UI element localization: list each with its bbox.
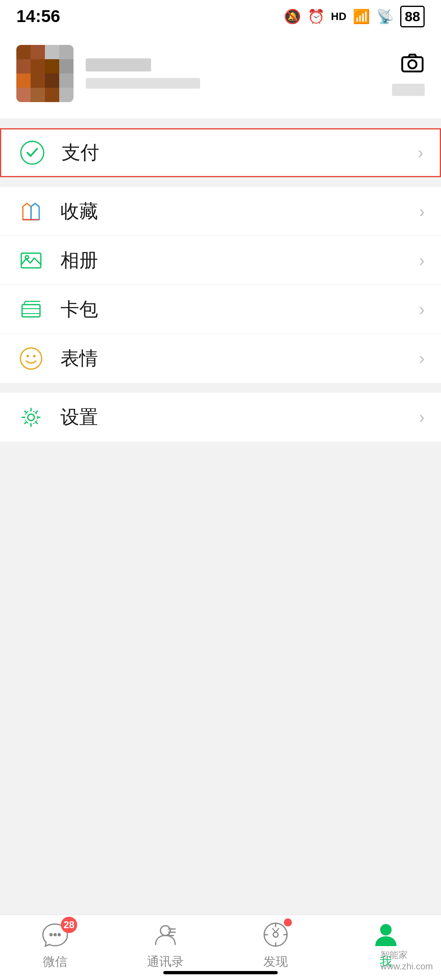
favorites-icon — [16, 197, 46, 226]
emoji-label: 表情 — [60, 346, 419, 371]
signal-icon: 📶 — [353, 8, 370, 24]
tab-item-wechat[interactable]: 28 微信 — [0, 921, 110, 974]
svg-rect-3 — [45, 45, 59, 59]
svg-rect-8 — [59, 59, 74, 74]
battery-indicator: 88 — [400, 6, 425, 27]
settings-icon — [16, 403, 46, 432]
profile-name — [86, 58, 151, 71]
alarm-icon: ⏰ — [307, 8, 325, 24]
contacts-icon-wrap — [151, 921, 179, 950]
wechat-tab-label: 微信 — [43, 953, 67, 970]
camera-icon[interactable] — [400, 51, 425, 76]
tab-bar: 28 微信 通讯录 发现 — [0, 915, 441, 980]
svg-rect-22 — [22, 305, 40, 317]
album-label: 相册 — [60, 248, 419, 273]
svg-rect-15 — [45, 88, 59, 102]
status-time: 14:56 — [16, 7, 60, 26]
discover-tab-label: 发现 — [263, 953, 288, 970]
contacts-tab-label: 通讯录 — [147, 953, 184, 970]
profile-id — [86, 78, 200, 89]
svg-point-27 — [28, 414, 34, 421]
svg-point-19 — [21, 141, 44, 164]
profile-info — [86, 58, 200, 89]
discover-dot-badge — [284, 918, 292, 927]
tab-item-contacts[interactable]: 通讯录 — [110, 921, 220, 974]
status-bar: 14:56 🔕 ⏰ HD 📶 📡 88 — [0, 0, 441, 33]
section-divider-1 — [0, 118, 441, 128]
svg-rect-9 — [16, 74, 31, 88]
svg-rect-4 — [59, 45, 74, 59]
svg-point-38 — [380, 924, 392, 935]
svg-point-26 — [33, 355, 36, 357]
svg-point-31 — [58, 933, 61, 936]
menu-section-main: 支付 › — [0, 128, 441, 177]
menu-item-wallet[interactable]: 卡包 › — [0, 285, 441, 334]
svg-rect-1 — [16, 45, 31, 59]
svg-point-25 — [27, 355, 29, 357]
album-icon — [16, 246, 46, 275]
settings-label: 设置 — [60, 405, 419, 430]
profile-area — [0, 33, 441, 118]
svg-rect-23 — [22, 309, 40, 314]
svg-point-30 — [53, 933, 57, 936]
favorites-label: 收藏 — [60, 199, 419, 224]
me-icon-wrap — [372, 921, 400, 950]
watermark: 智能家www.zhi.com — [381, 949, 433, 972]
menu-section-settings: 设置 › — [0, 393, 441, 442]
discover-icon-wrap — [262, 921, 290, 950]
profile-extra — [392, 84, 425, 96]
wechat-icon-wrap: 28 — [41, 921, 69, 950]
svg-point-32 — [160, 926, 170, 935]
svg-point-29 — [49, 933, 53, 936]
home-indicator — [163, 971, 278, 974]
svg-rect-16 — [59, 88, 74, 102]
favorites-chevron: › — [419, 202, 425, 221]
emoji-icon — [16, 344, 46, 373]
menu-item-settings[interactable]: 设置 › — [0, 393, 441, 442]
empty-area — [0, 442, 441, 711]
pay-chevron: › — [418, 143, 423, 163]
status-icons: 🔕 ⏰ HD 📶 📡 88 — [284, 6, 425, 27]
svg-point-24 — [20, 348, 42, 369]
svg-point-37 — [273, 932, 278, 937]
svg-rect-6 — [31, 59, 45, 74]
pay-label: 支付 — [62, 140, 418, 165]
svg-rect-5 — [16, 59, 31, 74]
wallet-icon — [16, 295, 46, 324]
avatar — [16, 45, 74, 102]
svg-rect-10 — [31, 74, 45, 88]
svg-point-18 — [408, 60, 416, 69]
svg-rect-12 — [59, 74, 74, 88]
mute-icon: 🔕 — [284, 8, 301, 24]
wallet-label: 卡包 — [60, 297, 419, 322]
settings-chevron: › — [419, 408, 425, 427]
menu-section-tools: 收藏 › 相册 › 卡包 › — [0, 187, 441, 383]
menu-item-pay[interactable]: 支付 › — [0, 128, 441, 177]
pay-icon — [18, 138, 47, 167]
emoji-chevron: › — [419, 349, 425, 368]
menu-item-album[interactable]: 相册 › — [0, 236, 441, 285]
menu-item-favorites[interactable]: 收藏 › — [0, 187, 441, 236]
album-chevron: › — [419, 251, 425, 270]
svg-rect-2 — [31, 45, 45, 59]
svg-rect-11 — [45, 74, 59, 88]
svg-rect-14 — [31, 88, 45, 102]
menu-item-emoji[interactable]: 表情 › — [0, 334, 441, 383]
section-divider-2 — [0, 177, 441, 187]
wechat-badge: 28 — [61, 917, 77, 933]
wallet-chevron: › — [419, 300, 425, 319]
svg-rect-7 — [45, 59, 59, 74]
wifi-icon: 📡 — [376, 8, 394, 24]
section-divider-3 — [0, 383, 441, 393]
tab-item-discover[interactable]: 发现 — [220, 921, 331, 974]
hd-icon: HD — [331, 10, 347, 23]
svg-rect-13 — [16, 88, 31, 102]
svg-point-21 — [25, 256, 29, 259]
profile-left — [16, 45, 200, 102]
